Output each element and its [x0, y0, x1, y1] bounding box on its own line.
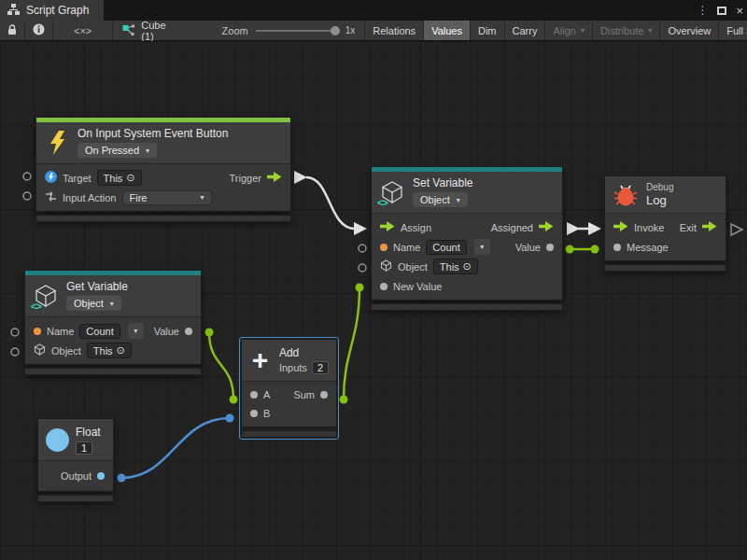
code-preview-button[interactable]: <×>	[53, 21, 113, 40]
assigned-flow-port[interactable]	[539, 221, 554, 233]
name-value-port[interactable]	[380, 244, 388, 251]
chevron-down-icon: ▾	[581, 26, 585, 35]
relations-button[interactable]: Relations	[364, 21, 424, 40]
object-cube-icon	[34, 343, 46, 357]
variable-name-field[interactable]: Count	[79, 324, 120, 339]
window-menu-icon[interactable]: ⋮	[697, 4, 708, 17]
exit-flow-port[interactable]	[702, 221, 717, 233]
close-icon[interactable]: ×	[736, 5, 743, 17]
lock-button[interactable]	[0, 21, 25, 40]
inputs-label: Inputs	[279, 362, 307, 373]
overview-button[interactable]: Overview	[660, 21, 719, 40]
target-picker-icon: ⊙	[126, 172, 134, 184]
output-port[interactable]	[97, 472, 105, 480]
object-port-label: Object	[398, 261, 428, 273]
maximize-icon[interactable]	[717, 7, 726, 15]
object-this-chip[interactable]: This ⊙	[433, 259, 478, 274]
node-title: Add	[279, 346, 299, 359]
node-footer	[604, 264, 726, 272]
variable-scope-dropdown[interactable]: Object ▾	[66, 296, 121, 311]
sum-output-port[interactable]	[320, 391, 328, 399]
object-this-chip[interactable]: This ⊙	[87, 343, 132, 358]
plus-icon: +	[249, 349, 271, 371]
object-value: This	[93, 345, 113, 357]
target-port-label: Target	[63, 173, 92, 184]
zoom-value: 1x	[345, 25, 356, 35]
target-this-chip[interactable]: This ⊙	[97, 170, 142, 186]
input-action-dropdown[interactable]: Fire ▾	[122, 190, 212, 205]
lightning-icon	[45, 131, 69, 155]
node-float[interactable]: Float 1 Output	[37, 418, 114, 502]
value-port-label: Value	[154, 326, 179, 337]
output-port-label: Output	[61, 470, 92, 482]
b-input-port[interactable]	[250, 410, 258, 417]
input-action-icon	[45, 190, 57, 204]
input-action-value: Fire	[130, 192, 148, 203]
name-value-port[interactable]	[34, 328, 41, 335]
dim-label: Dim	[478, 25, 497, 36]
variable-name-field[interactable]: Count	[426, 240, 466, 255]
node-title: Float	[76, 426, 101, 439]
values-label: Values	[431, 25, 462, 36]
full-screen-button[interactable]: Full Screen	[719, 21, 747, 40]
variable-scope-dropdown[interactable]: Object ▾	[413, 192, 468, 207]
variable-cube-icon: <>	[380, 180, 404, 204]
dim-button[interactable]: Dim	[471, 21, 505, 40]
assign-flow-port[interactable]	[380, 221, 395, 233]
variable-name-value: Count	[432, 242, 459, 253]
node-on-input-system-event[interactable]: On Input System Event Button On Pressed …	[35, 117, 291, 222]
new-value-input-port[interactable]	[380, 283, 388, 290]
zoom-slider[interactable]	[256, 30, 338, 32]
wire-arrowhead	[294, 171, 307, 184]
node-add[interactable]: + Add Inputs 2 A Sum	[239, 337, 339, 440]
chevron-down-icon: ▾	[480, 243, 484, 251]
value-output-port[interactable]	[185, 328, 192, 335]
node-set-variable[interactable]: <> Set Variable Object ▾ Assign	[371, 166, 563, 311]
inputs-count-field[interactable]: 2	[312, 361, 329, 374]
code-toggle-icon: <×>	[74, 25, 92, 36]
bug-icon	[613, 184, 638, 206]
inspect-button[interactable]	[25, 21, 53, 40]
value-output-port[interactable]	[546, 244, 554, 251]
node-footer	[37, 495, 114, 502]
wire-trigger-assign	[306, 177, 355, 229]
node-get-variable[interactable]: <> Get Variable Object ▾ Name Count	[24, 270, 202, 375]
zoom-slider-handle[interactable]	[331, 26, 340, 35]
wire-arrowhead	[354, 222, 367, 235]
distribute-button[interactable]: Distribute▾	[593, 21, 660, 40]
graph-node-icon	[122, 24, 135, 37]
wire-sum-newvalue	[344, 287, 359, 399]
event-mode-dropdown[interactable]: On Pressed ▾	[78, 143, 157, 158]
target-picker-icon: ⊙	[117, 344, 125, 357]
sum-port-label: Sum	[293, 389, 315, 400]
values-button[interactable]: Values	[424, 21, 471, 40]
object-cube-icon	[380, 259, 392, 273]
tab-script-graph[interactable]: Script Graph	[0, 0, 104, 21]
float-value-field[interactable]: 1	[76, 441, 92, 455]
exit-port-label: Exit	[680, 222, 697, 233]
align-button[interactable]: Align▾	[545, 21, 592, 40]
new-value-port-label: New Value	[393, 281, 442, 292]
graph-owner-ref[interactable]: Cube (1)	[113, 21, 175, 40]
message-port-label: Message	[627, 242, 669, 253]
variable-name-dropdown[interactable]: ▾	[474, 239, 490, 255]
node-footer	[35, 215, 291, 222]
info-icon	[33, 23, 45, 37]
variable-name-dropdown[interactable]: ▾	[128, 323, 144, 339]
chevron-down-icon: ▾	[146, 147, 149, 155]
carry-button[interactable]: Carry	[505, 21, 546, 40]
value-port-label: Value	[515, 242, 541, 253]
graph-canvas[interactable]: On Input System Event Button On Pressed …	[0, 41, 747, 560]
message-input-port[interactable]	[613, 244, 621, 251]
node-footer	[24, 368, 202, 375]
node-debug-log[interactable]: Debug Log Invoke Exit	[604, 175, 726, 272]
a-input-port[interactable]	[250, 391, 258, 399]
node-title: On Input System Event Button	[78, 127, 228, 140]
input-action-port-label: Input Action	[63, 192, 117, 203]
relations-label: Relations	[373, 25, 416, 36]
invoke-flow-port[interactable]	[613, 221, 628, 233]
full-screen-label: Full Screen	[726, 25, 747, 36]
graph-hierarchy-icon	[7, 4, 20, 18]
trigger-flow-port[interactable]	[267, 172, 282, 184]
node-footer	[371, 303, 563, 311]
